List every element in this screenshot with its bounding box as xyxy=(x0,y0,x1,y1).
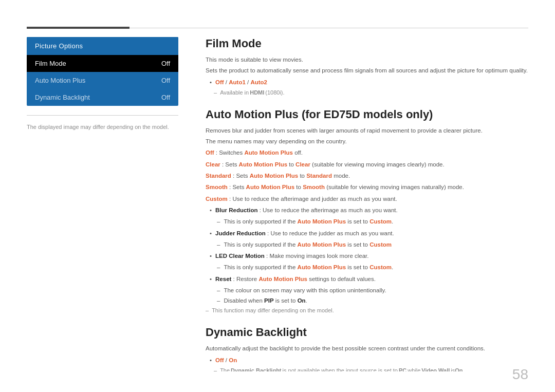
film-mode-available-note: Available in HDMI(1080i). xyxy=(214,89,528,96)
amp-standard-line: Standard : Sets Auto Motion Plus to Stan… xyxy=(206,171,528,180)
amp-blur-amp: Auto Motion Plus xyxy=(298,218,346,225)
amp-custom-line: Custom : Use to reduce the afterimage an… xyxy=(206,194,528,203)
amp-reset-bullet: Reset : Restore Auto Motion Plus setting… xyxy=(210,275,528,284)
auto-motion-plus-label: Auto Motion Plus xyxy=(35,77,85,84)
page-number: 58 xyxy=(512,366,528,383)
menu-item-auto-motion-plus[interactable]: Auto Motion Plus Off xyxy=(27,72,178,89)
amp-clear-bold: Clear xyxy=(206,161,220,167)
amp-blur-note: This is only supported if the Auto Motio… xyxy=(217,217,528,226)
amp-off-line: Off : Switches Auto Motion Plus off. xyxy=(206,148,528,157)
amp-blur-custom: Custom xyxy=(369,218,392,225)
amp-reset-bold: Reset xyxy=(215,276,231,282)
top-bar-right-line xyxy=(130,28,528,28)
amp-smooth-bold: Smooth xyxy=(206,184,228,190)
auto-motion-plus-section: Auto Motion Plus (for ED75D models only)… xyxy=(206,108,528,314)
film-mode-desc2: Sets the product to automatically sense … xyxy=(206,66,528,75)
amp-custom-bold: Custom xyxy=(206,196,228,202)
film-mode-desc1: This mode is suitable to view movies. xyxy=(206,55,528,64)
panel-note: The displayed image may differ depending… xyxy=(27,121,178,133)
amp-led-bold: LED Clear Motion xyxy=(215,253,265,259)
amp-reset-on: On xyxy=(298,297,306,304)
film-mode-auto2: Auto2 xyxy=(250,79,267,85)
amp-desc1: Removes blur and judder from scenes with… xyxy=(206,126,528,135)
amp-desc2: The menu names may vary depending on the… xyxy=(206,137,528,146)
film-mode-title: Film Mode xyxy=(206,37,528,50)
amp-reset-pip: PIP xyxy=(264,297,274,304)
dynamic-backlight-note: The Dynamic Backlight is not available w… xyxy=(214,367,528,371)
auto-motion-plus-title: Auto Motion Plus (for ED75D models only) xyxy=(206,108,528,121)
amp-judder-bold: Judder Reduction xyxy=(215,230,266,236)
menu-item-dynamic-backlight[interactable]: Dynamic Backlight Off xyxy=(27,89,178,106)
amp-judder-amp: Auto Motion Plus xyxy=(298,241,346,248)
film-mode-auto1: Auto1 xyxy=(229,79,246,85)
amp-led-note: This is only supported if the Auto Motio… xyxy=(217,263,528,272)
amp-standard-mode: Standard xyxy=(306,173,332,179)
film-mode-section: Film Mode This mode is suitable to view … xyxy=(206,37,528,96)
amp-clear-mode: Clear xyxy=(295,161,310,167)
film-mode-label: Film Mode xyxy=(35,60,66,67)
top-bar-left-line xyxy=(27,27,130,29)
film-mode-options-text: Off / Auto1 / Auto2 xyxy=(215,78,267,87)
amp-judder-bullet: Judder Reduction : Use to reduce the jud… xyxy=(210,229,528,238)
dynamic-backlight-label: Dynamic Backlight xyxy=(35,94,90,101)
amp-function-note: This function may differ depending on th… xyxy=(206,307,528,313)
amp-smooth-line: Smooth : Sets Auto Motion Plus to Smooth… xyxy=(206,182,528,192)
film-mode-value: Off xyxy=(161,60,170,67)
amp-smooth-amp: Auto Motion Plus xyxy=(246,184,295,190)
film-mode-off: Off xyxy=(215,79,224,85)
top-bar xyxy=(0,27,555,29)
amp-reset-note2: Disabled when PIP is set to On. xyxy=(217,296,528,305)
dynamic-backlight-desc: Automatically adjust the backlight to pr… xyxy=(206,344,528,353)
picture-options-box: Picture Options Film Mode Off Auto Motio… xyxy=(27,37,178,106)
left-panel: Picture Options Film Mode Off Auto Motio… xyxy=(27,37,178,133)
amp-blur-bold: Blur Reduction xyxy=(215,207,257,213)
amp-judder-note: This is only supported if the Auto Motio… xyxy=(217,240,528,249)
menu-item-film-mode[interactable]: Film Mode Off xyxy=(27,55,178,72)
dynamic-backlight-options: Off / On xyxy=(210,356,528,365)
amp-off-bold: Off xyxy=(206,150,214,156)
amp-led-amp: Auto Motion Plus xyxy=(298,264,346,270)
amp-blur-bullet: Blur Reduction : Use to reduce the after… xyxy=(210,206,528,215)
amp-led-custom: Custom xyxy=(369,264,392,270)
amp-reset-amp: Auto Motion Plus xyxy=(258,276,307,282)
amp-standard-amp: Auto Motion Plus xyxy=(250,173,299,179)
film-mode-options: Off / Auto1 / Auto2 xyxy=(210,78,528,87)
amp-judder-custom: Custom xyxy=(369,241,392,248)
db-on: On xyxy=(229,357,237,363)
panel-separator xyxy=(27,115,178,116)
amp-led-bullet: LED Clear Motion : Make moving images lo… xyxy=(210,252,528,260)
amp-clear-line: Clear : Sets Auto Motion Plus to Clear (… xyxy=(206,160,528,169)
db-off: Off xyxy=(215,357,224,363)
amp-smooth-mode: Smooth xyxy=(303,184,325,190)
amp-clear-amp: Auto Motion Plus xyxy=(239,161,288,167)
dynamic-backlight-title: Dynamic Backlight xyxy=(206,326,528,339)
right-content: Film Mode This mode is suitable to view … xyxy=(206,37,528,371)
amp-off-amp: Auto Motion Plus xyxy=(244,150,293,156)
dynamic-backlight-value: Off xyxy=(161,94,170,101)
amp-standard-bold: Standard xyxy=(206,173,231,179)
picture-options-header: Picture Options xyxy=(27,37,178,55)
amp-reset-note1: The colour on screen may vary with this … xyxy=(217,286,528,295)
auto-motion-plus-value: Off xyxy=(161,77,170,84)
dynamic-backlight-section: Dynamic Backlight Automatically adjust t… xyxy=(206,326,528,371)
